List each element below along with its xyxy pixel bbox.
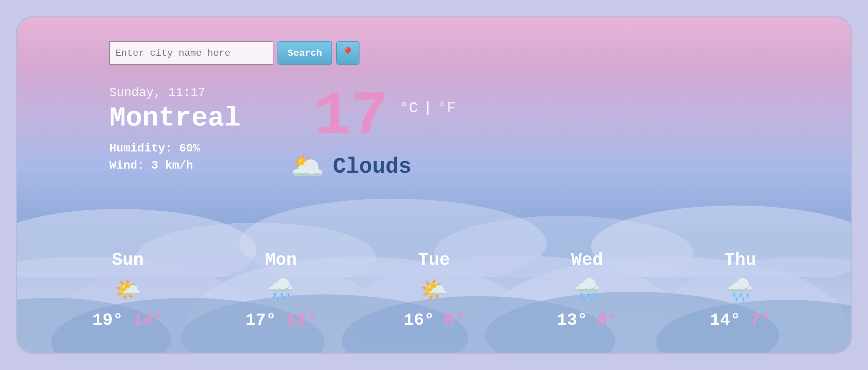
day-wed: Wed bbox=[571, 250, 603, 270]
temp-low-sun: 14° bbox=[133, 310, 163, 330]
wind: Wind: 3 km/h bbox=[109, 159, 241, 172]
temp-row-sun: 19° 14° bbox=[92, 310, 163, 330]
forecast-icon-mon: 🌧️ bbox=[267, 277, 295, 304]
forecast-icon-sun: 🌤️ bbox=[114, 277, 141, 304]
temp-row-tue: 16° 8° bbox=[404, 310, 464, 330]
search-input[interactable] bbox=[109, 41, 273, 65]
forecast-day-sun: Sun 🌤️ 19° 14° bbox=[51, 250, 204, 330]
forecast-day-wed: Wed 🌧️ 13° 8° bbox=[511, 250, 664, 330]
condition-row: 🌥️ Clouds bbox=[290, 150, 411, 184]
forecast-strip: Sun 🌤️ 19° 14° Mon 🌧️ 17° 13° Tue 🌤️ 16°… bbox=[17, 236, 851, 353]
unit-separator: | bbox=[423, 100, 432, 117]
temp-low-mon: 13° bbox=[286, 310, 316, 330]
temp-row-thu: 14° 7° bbox=[710, 310, 771, 330]
location-button[interactable]: 📍 bbox=[336, 41, 360, 65]
temp-high-sun: 19° bbox=[92, 310, 123, 330]
humidity: Humidity: 60% bbox=[109, 142, 241, 155]
city-name: Montreal bbox=[109, 103, 241, 134]
datetime: Sunday, 11:17 bbox=[109, 86, 241, 100]
temp-low-thu: 7° bbox=[750, 310, 771, 330]
temp-section: 17 🌥️ Clouds bbox=[290, 86, 411, 184]
condition-text: Clouds bbox=[333, 155, 411, 179]
forecast-icon-thu: 🌧️ bbox=[727, 277, 754, 304]
app-container: Search 📍 Sunday, 11:17 Montreal Humidity… bbox=[17, 17, 851, 353]
day-sun: Sun bbox=[112, 250, 144, 270]
temp-high-wed: 13° bbox=[557, 310, 587, 330]
condition-icon: 🌥️ bbox=[290, 150, 325, 184]
temp-row-wed: 13° 8° bbox=[557, 310, 618, 330]
temp-high-mon: 17° bbox=[245, 310, 276, 330]
temp-high-tue: 16° bbox=[404, 310, 434, 330]
forecast-day-mon: Mon 🌧️ 17° 13° bbox=[204, 250, 357, 330]
temp-row-mon: 17° 13° bbox=[245, 310, 316, 330]
forecast-icon-wed: 🌧️ bbox=[573, 277, 601, 304]
search-button[interactable]: Search bbox=[277, 41, 332, 65]
day-thu: Thu bbox=[724, 250, 756, 270]
main-weather: Sunday, 11:17 Montreal Humidity: 60% Win… bbox=[109, 86, 241, 172]
location-icon: 📍 bbox=[341, 47, 355, 60]
search-bar: Search 📍 bbox=[109, 41, 360, 65]
temperature-value: 17 bbox=[314, 86, 388, 147]
day-mon: Mon bbox=[265, 250, 297, 270]
temp-low-tue: 8° bbox=[444, 310, 464, 330]
forecast-icon-tue: 🌤️ bbox=[420, 277, 448, 304]
day-tue: Tue bbox=[418, 250, 450, 270]
temp-high-thu: 14° bbox=[710, 310, 741, 330]
forecast-day-tue: Tue 🌤️ 16° 8° bbox=[357, 250, 511, 330]
unit-fahrenheit[interactable]: °F bbox=[438, 100, 456, 117]
temp-low-wed: 8° bbox=[597, 310, 618, 330]
forecast-day-thu: Thu 🌧️ 14° 7° bbox=[664, 250, 817, 330]
